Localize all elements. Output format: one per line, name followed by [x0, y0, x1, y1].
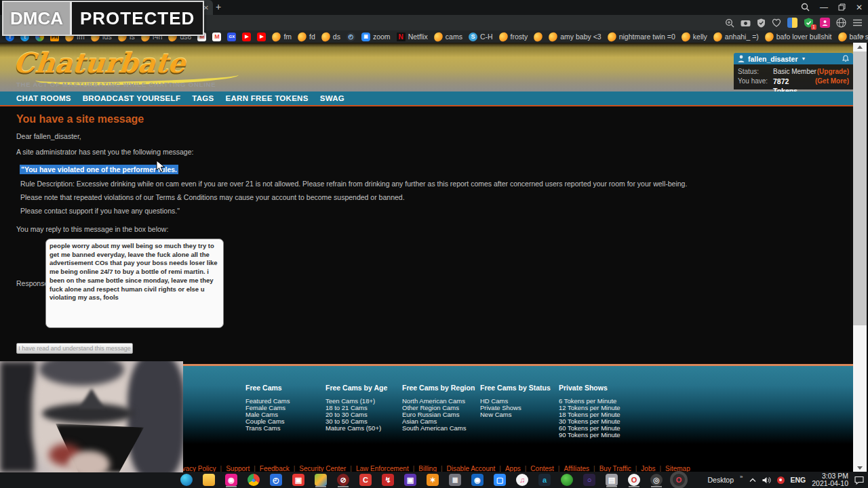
purple-app-icon[interactable]: ▣ [404, 474, 416, 486]
pink-cast-app-icon[interactable]: ◉ [225, 474, 237, 486]
server-app-icon[interactable]: ≣ [449, 474, 461, 486]
volume-icon[interactable] [762, 476, 771, 484]
bookmark-item[interactable]: anhahi_ =) [713, 33, 759, 41]
profile-globe-icon[interactable] [836, 18, 846, 28]
taskbar-clock[interactable]: 3:03 PM 2021-04-10 [812, 472, 848, 487]
restore-button[interactable] [838, 3, 846, 11]
footer-link[interactable]: South American Cams [402, 425, 475, 432]
footer-column-title: Free Cams by Status [480, 384, 551, 392]
obs-icon[interactable]: ◎ [650, 474, 663, 486]
zoom-icon[interactable]: ▢ [494, 474, 506, 486]
bell-icon[interactable] [842, 55, 849, 62]
bookmark-item[interactable]: ▶ [242, 33, 251, 41]
notification-center-icon[interactable] [854, 476, 864, 485]
audials-app-icon[interactable]: a [538, 474, 551, 486]
gauge-app-icon[interactable]: ◴ [270, 474, 282, 486]
opera-gx-icon[interactable]: O [673, 474, 685, 486]
page-scrollbar[interactable] [853, 43, 867, 472]
file-explorer-icon[interactable] [203, 474, 215, 486]
bookmarks-overflow-chevron[interactable]: » [860, 32, 864, 40]
bookmark-item[interactable]: ds [321, 33, 340, 41]
menu-icon[interactable] [852, 18, 863, 27]
gmail-icon: M [212, 33, 221, 41]
bookmark-item[interactable]: NNetflix [397, 33, 428, 41]
zoom-page-icon[interactable] [725, 18, 734, 28]
acknowledge-button[interactable]: I have read and understand this message [16, 343, 133, 354]
close-button[interactable]: ✕ [856, 3, 863, 12]
blocked-app-icon[interactable]: ⊘ [337, 474, 349, 486]
bookmark-item[interactable]: bafo lover bullshit [765, 33, 832, 41]
bookmark-item[interactable]: ▶ [257, 33, 266, 41]
site-logo[interactable]: Chaturbate [12, 47, 186, 79]
nav-link-broadcast-yourself[interactable]: BROADCAST YOURSELF [83, 94, 180, 102]
bookmark-item[interactable]: cams [434, 33, 462, 41]
orange-burst-app-icon[interactable]: ✶ [427, 474, 439, 486]
site-tagline: THE ACT OF MASTURBATING WHILE CHATTING O… [16, 81, 216, 88]
scrollbar-up-arrow[interactable] [857, 45, 863, 49]
bookmark-item[interactable]: ▣zoom [361, 33, 391, 41]
footer-link[interactable]: New Cams [480, 411, 551, 418]
footer-link[interactable]: Mature Cams (50+) [326, 425, 387, 432]
edge-icon[interactable] [180, 474, 193, 486]
bookmark-item[interactable]: fm [272, 33, 292, 41]
nav-link-tags[interactable]: TAGS [192, 94, 214, 102]
chevron-down-icon: ▼ [802, 56, 806, 61]
titlebar-search-icon[interactable] [801, 3, 810, 12]
desktop-toolbar-label[interactable]: Desktop [708, 476, 734, 484]
bookmark-item[interactable]: amy baby <3 [549, 33, 601, 41]
extension-badge: 1 [811, 24, 816, 30]
bookmark-item[interactable]: frosty [499, 33, 528, 41]
bookmark-item[interactable]: GX [227, 33, 236, 41]
toolbar-overflow-chevron[interactable]: » [740, 474, 743, 480]
extension-shield-icon[interactable]: 1 [804, 18, 814, 28]
chrome-icon[interactable]: ● [248, 474, 260, 486]
bookmark-item[interactable]: kelly [682, 33, 707, 41]
treesize-icon[interactable] [315, 474, 327, 486]
scrollbar-down-arrow[interactable] [857, 466, 863, 470]
lightning-app-icon[interactable]: ↯ [382, 474, 394, 486]
language-indicator[interactable]: ENG [791, 476, 806, 484]
tray-app-icon[interactable] [777, 476, 785, 484]
lock-app-icon[interactable]: ▣ [292, 474, 304, 486]
chaturbate-icon [498, 31, 508, 41]
bookmark-item[interactable] [534, 33, 542, 41]
minimize-button[interactable]: — [820, 3, 828, 12]
response-textarea[interactable]: people worry about my well being so much… [45, 239, 224, 328]
highlighted-violation-text: "You have violated one of the performer … [20, 165, 178, 174]
status-label: Status: [738, 67, 773, 77]
extension-blue-icon[interactable] [787, 18, 797, 28]
shield-icon[interactable] [757, 18, 766, 28]
camera-icon[interactable] [741, 19, 751, 27]
scrollbar-thumb[interactable] [853, 52, 867, 325]
upgrade-link[interactable]: (Upgrade) [817, 67, 849, 77]
extension-pink-icon[interactable] [820, 18, 830, 28]
ccleaner-icon[interactable]: C [359, 474, 372, 486]
bookmark-item[interactable]: nightmare twin =0 [608, 33, 675, 41]
nav-link-chat-rooms[interactable]: CHAT ROOMS [16, 94, 71, 102]
nav-link-earn-free-tokens[interactable]: EARN FREE TOKENS [226, 94, 309, 102]
bookmark-item[interactable]: ◴ [347, 33, 355, 41]
ring-app-icon[interactable]: ○ [583, 474, 595, 486]
bookmark-label: ds [333, 33, 340, 41]
bookmark-item[interactable]: fd [298, 33, 315, 41]
footer-link[interactable]: Trans Cams [245, 425, 290, 432]
bookmark-item[interactable]: SC-H [469, 33, 493, 41]
footer-link[interactable]: 90 Tokens per Minute [559, 432, 620, 439]
bookmark-item[interactable]: M [212, 33, 221, 41]
tray-expand-chevron-icon[interactable] [749, 478, 756, 483]
bookmark-label: amy baby <3 [560, 33, 601, 41]
user-menu[interactable]: fallen_disaster ▼ [734, 53, 853, 64]
opera-icon[interactable]: O [628, 474, 640, 486]
new-tab-button[interactable]: + [216, 1, 221, 12]
rule-description-text: Rule Description: Excessive drinking whi… [20, 180, 687, 188]
cards-app-icon[interactable]: ▤ [606, 474, 618, 486]
chaturbate-icon [297, 31, 307, 41]
footer-column: Free Cams by StatusHD CamsPrivate ShowsN… [480, 384, 551, 418]
nav-link-swag[interactable]: SWAG [320, 94, 344, 102]
dragon-app-icon[interactable] [561, 474, 573, 486]
heart-icon[interactable] [772, 18, 781, 27]
music-app-icon[interactable]: ♫ [516, 474, 528, 486]
fingerprint-app-icon[interactable]: ◉ [471, 474, 484, 486]
webcam-tattoo-triangle [79, 388, 104, 409]
bookmark-label: fd [309, 33, 315, 41]
